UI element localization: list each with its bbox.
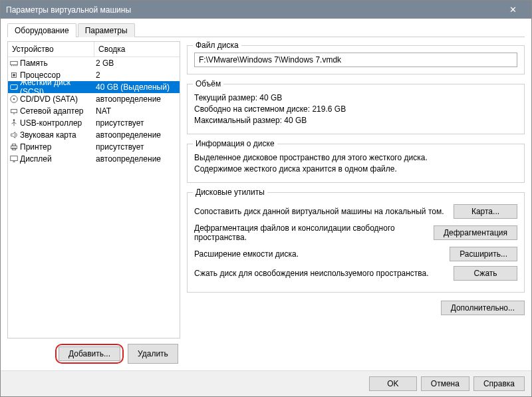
device-row-cd[interactable]: CD/DVD (SATA)автоопределение [8,93,180,105]
header-device[interactable]: Устройство [8,42,94,57]
device-name: Сетевой адаптер [20,106,94,116]
util-map-text: Сопоставить диск данной виртуальной маши… [194,207,448,216]
footer: OK Отмена Справка [1,370,531,396]
legend-disk-info: Информация о диске [193,139,277,148]
defrag-button[interactable]: Дефрагментация [434,225,517,240]
sound-icon [8,130,20,140]
device-summary: автоопределение [94,94,180,104]
group-disk-file: Файл диска F:\VMware\Windows 7\Windows 7… [187,45,525,74]
device-name: Дисплей [20,154,94,164]
titlebar: Параметры виртуальной машины ✕ [1,1,531,19]
remove-button[interactable]: Удалить [128,344,178,364]
ok-button[interactable]: OK [369,376,417,391]
group-utilities: Дисковые утилиты Сопоставить диск данной… [187,192,525,293]
cancel-button[interactable]: Отмена [421,376,469,391]
disk-info-line1: Выделенное дисковое пространство для это… [194,153,517,162]
add-button[interactable]: Добавить... [59,346,120,361]
printer-icon [8,142,20,152]
cd-icon [8,94,20,104]
compact-button[interactable]: Сжать [454,266,517,281]
util-compact-text: Сжать диск для освобождения неиспользуем… [194,269,448,278]
add-button-highlight: Добавить... [55,344,124,364]
device-name: Память [20,59,94,68]
device-row-memory[interactable]: Память2 GB [8,57,180,69]
capacity-max: Максимальный размер: 40 GB [194,116,517,125]
close-icon: ✕ [509,5,517,15]
net-icon [8,106,20,116]
util-defrag-text: Дефрагментация файлов и консолидации сво… [194,223,428,242]
expand-button[interactable]: Расширить... [450,247,517,261]
device-name: CD/DVD (SATA) [20,94,94,104]
capacity-current: Текущий размер: 40 GB [194,93,517,102]
device-row-hdd[interactable]: Жесткий диск (SCSI)40 GB (Выделеный) [8,81,180,93]
hdd-icon [8,82,20,92]
device-row-sound[interactable]: Звуковая картаавтоопределение [8,129,180,141]
map-button[interactable]: Карта... [454,204,517,219]
advanced-button[interactable]: Дополнительно... [441,301,525,315]
capacity-free: Свободно на системном диске: 219.6 GB [194,104,517,114]
device-summary: 2 GB [94,59,180,68]
disk-file-input[interactable]: F:\VMware\Windows 7\Windows 7.vmdk [194,53,517,67]
legend-utilities: Дисковые утилиты [193,188,267,197]
device-summary: присутствует [94,118,180,128]
list-header: Устройство Сводка [8,42,180,57]
display-icon [8,154,20,164]
device-summary: присутствует [94,142,180,152]
device-row-usb[interactable]: USB-контроллерприсутствует [8,117,180,129]
device-summary: 2 [94,70,180,80]
group-disk-info: Информация о диске Выделенное дисковое п… [187,144,525,183]
device-name: Жесткий диск (SCSI) [20,78,94,96]
cpu-icon [8,70,20,80]
device-summary: автоопределение [94,130,180,140]
tab-hardware[interactable]: Оборудование [7,23,76,37]
device-row-printer[interactable]: Принтерприсутствует [8,141,180,153]
device-name: Принтер [20,142,94,152]
tab-strip: Оборудование Параметры [7,23,525,37]
util-expand-text: Расширение емкости диска. [194,249,444,259]
device-summary: NAT [94,106,180,116]
legend-capacity: Объём [193,79,223,88]
close-button[interactable]: ✕ [499,1,526,19]
group-capacity: Объём Текущий размер: 40 GB Свободно на … [187,84,525,134]
disk-info-line2: Содержимое жесткого диска хранится в одн… [194,164,517,174]
device-row-net[interactable]: Сетевой адаптерNAT [8,105,180,117]
device-row-display[interactable]: Дисплейавтоопределение [8,153,180,165]
tab-options[interactable]: Параметры [78,23,135,37]
header-summary[interactable]: Сводка [94,42,180,57]
usb-icon [8,118,20,128]
device-name: USB-контроллер [20,118,94,128]
help-button[interactable]: Справка [473,376,525,391]
device-summary: 40 GB (Выделеный) [94,82,180,92]
memory-icon [8,59,20,68]
legend-disk-file: Файл диска [193,41,241,50]
device-list: Устройство Сводка Память2 GBПроцессор2Же… [7,41,180,338]
device-name: Звуковая карта [20,130,94,140]
device-summary: автоопределение [94,154,180,164]
window-title: Параметры виртуальной машины [6,5,131,15]
